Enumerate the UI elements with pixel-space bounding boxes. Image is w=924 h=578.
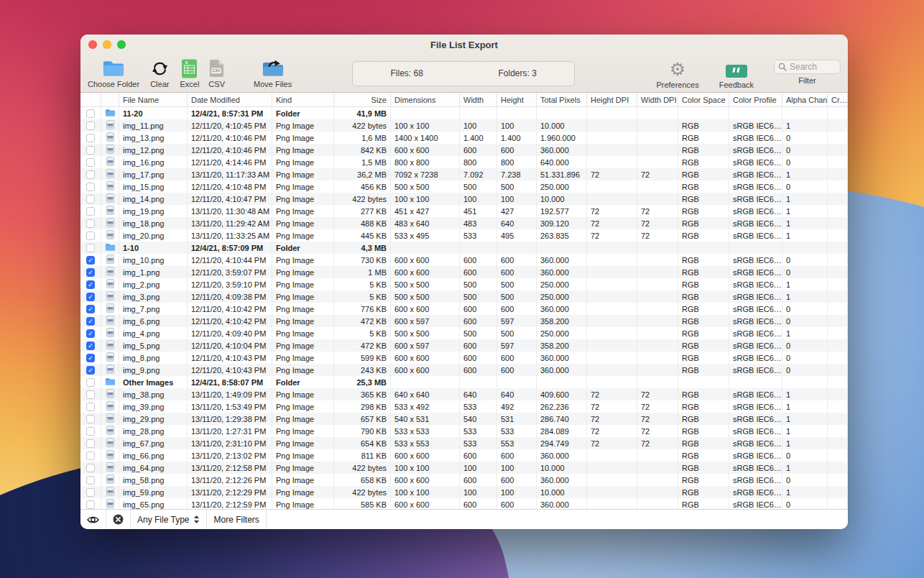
row-checkbox[interactable]	[86, 170, 95, 179]
file-type-dropdown[interactable]: Any File Type	[131, 510, 207, 529]
table-row[interactable]: img_16.png 12/11/20, 4:14:46 PM Png Imag…	[80, 156, 848, 168]
row-checkbox[interactable]	[86, 464, 95, 472]
table-row[interactable]: Other Images 12/4/21, 8:58:07 PM Folder …	[80, 376, 848, 388]
column-header-alpha-chan[interactable]: Alpha Chan…	[782, 93, 828, 106]
row-checkbox[interactable]: ✓	[86, 268, 95, 277]
row-checkbox[interactable]	[86, 415, 95, 423]
row-checkbox[interactable]: ✓	[86, 317, 95, 326]
column-header-total-pixels[interactable]: Total Pixels	[537, 93, 587, 106]
table-row[interactable]: img_65.png 13/11/20, 2:12:59 PM Png Imag…	[80, 498, 848, 509]
clear-filter-button[interactable]	[106, 510, 131, 529]
cell-dimensions: 483 x 640	[391, 217, 460, 229]
clear-button[interactable]: Clear	[150, 59, 169, 88]
row-checkbox[interactable]	[86, 403, 95, 411]
column-header-color-profile[interactable]: Color Profile	[729, 93, 782, 106]
image-file-icon	[106, 303, 114, 314]
more-filters-button[interactable]: More Filters	[207, 510, 266, 529]
row-checkbox[interactable]	[86, 121, 95, 130]
table-row[interactable]: img_19.png 13/11/20, 11:30:48 AM Png Ima…	[80, 205, 848, 217]
table-row[interactable]: img_58.png 13/11/20, 2:12:26 PM Png Imag…	[80, 474, 848, 486]
row-checkbox[interactable]: ✓	[86, 354, 95, 362]
table-row[interactable]: ✓ img_5.png 12/11/20, 4:10:04 PM Png Ima…	[80, 339, 848, 352]
toggle-visibility-button[interactable]	[80, 510, 106, 529]
table-row[interactable]: img_38.png 13/11/20, 1:49:09 PM Png Imag…	[80, 388, 848, 400]
column-header-height[interactable]: Height	[497, 93, 537, 106]
table-row[interactable]: img_15.png 12/11/20, 4:10:48 PM Png Imag…	[80, 180, 848, 193]
column-header-size[interactable]: Size	[334, 93, 391, 106]
table-row[interactable]: img_11.png 12/11/20, 4:10:45 PM Png Imag…	[80, 119, 848, 132]
column-header-cr[interactable]: Cr…	[828, 93, 848, 106]
row-checkbox[interactable]	[86, 134, 95, 142]
table-row[interactable]: ✓ img_3.png 12/11/20, 4:09:38 PM Png Ima…	[80, 290, 848, 303]
table-row[interactable]: 1-10 12/4/21, 8:57:09 PM Folder 4,3 MB	[80, 242, 848, 254]
row-checkbox[interactable]	[86, 207, 95, 216]
cell-color-profile: sRGB IEC6…	[729, 462, 782, 474]
table-row[interactable]: ✓ img_10.png 12/11/20, 4:10:44 PM Png Im…	[80, 254, 848, 266]
cell-alpha-channels: 0	[782, 132, 828, 144]
row-checkbox[interactable]: ✓	[86, 366, 95, 375]
column-header-height-dpi[interactable]: Height DPI	[587, 93, 637, 106]
column-header-kind[interactable]: Kind	[272, 93, 334, 106]
row-checkbox[interactable]	[86, 219, 95, 228]
row-checkbox[interactable]: ✓	[86, 293, 95, 301]
row-checkbox[interactable]	[86, 109, 95, 118]
row-checkbox[interactable]	[86, 158, 95, 167]
column-header-file-name[interactable]: File Name	[119, 93, 188, 106]
row-checkbox[interactable]: ✓	[86, 329, 95, 338]
row-checkbox[interactable]	[86, 244, 95, 252]
row-checkbox[interactable]	[86, 439, 95, 448]
row-checkbox[interactable]	[86, 500, 95, 509]
row-checkbox[interactable]: ✓	[86, 341, 95, 350]
choose-folder-button[interactable]: Choose Folder	[88, 59, 139, 88]
column-header-dimensions[interactable]: Dimensions	[391, 93, 460, 106]
table-row[interactable]: img_18.png 13/11/20, 11:29:42 AM Png Ima…	[80, 217, 848, 229]
table-row[interactable]: img_64.png 13/11/20, 2:12:58 PM Png Imag…	[80, 462, 848, 474]
column-header-color-space[interactable]: Color Space	[678, 93, 729, 106]
csv-export-button[interactable]: CSV CSV	[208, 59, 225, 88]
row-checkbox[interactable]	[86, 146, 95, 155]
table-row[interactable]: img_17.png 13/11/20, 11:17:33 AM Png Ima…	[80, 168, 848, 180]
table-row[interactable]: img_14.png 12/11/20, 4:10:47 PM Png Imag…	[80, 193, 848, 205]
column-header-width[interactable]: Width	[460, 93, 497, 106]
table-row[interactable]: img_39.png 13/11/20, 1:53:49 PM Png Imag…	[80, 400, 848, 413]
table-row[interactable]: img_59.png 13/11/20, 2:12:29 PM Png Imag…	[80, 486, 848, 498]
row-checkbox[interactable]	[86, 195, 95, 203]
cell-date-modified: 12/11/20, 3:59:10 PM	[188, 278, 272, 290]
table-row[interactable]: img_67.png 13/11/20, 2:31:10 PM Png Imag…	[80, 437, 848, 449]
cell-height: 500	[497, 290, 537, 303]
row-checkbox[interactable]	[86, 476, 95, 485]
row-checkbox[interactable]: ✓	[86, 280, 95, 289]
cell-alpha-channels: 0	[782, 352, 828, 364]
row-checkbox[interactable]: ✓	[86, 305, 95, 313]
table-row[interactable]: ✓ img_4.png 12/11/20, 4:09:40 PM Png Ima…	[80, 327, 848, 339]
table-row[interactable]: img_28.png 13/11/20, 1:27:31 PM Png Imag…	[80, 425, 848, 437]
preferences-button[interactable]: ⚙ Preferences	[656, 60, 698, 89]
column-header-width-dpi[interactable]: Width DPI	[637, 93, 678, 106]
row-checkbox[interactable]	[86, 427, 95, 436]
row-checkbox[interactable]	[86, 183, 95, 191]
move-files-button[interactable]: Move Files	[254, 59, 292, 88]
cell-color-profile: sRGB IEC6…	[729, 339, 782, 352]
table-row[interactable]: ✓ img_7.png 12/11/20, 4:10:42 PM Png Ima…	[80, 303, 848, 315]
row-checkbox[interactable]	[86, 378, 95, 387]
table-row[interactable]: ✓ img_8.png 12/11/20, 4:10:43 PM Png Ima…	[80, 352, 848, 364]
table-row[interactable]: img_13.png 12/11/20, 4:10:46 PM Png Imag…	[80, 132, 848, 144]
row-checkbox[interactable]	[86, 231, 95, 240]
column-header-date-modified[interactable]: Date Modified	[188, 93, 272, 106]
cell-dimensions: 600 x 600	[391, 364, 460, 376]
table-row[interactable]: img_20.png 13/11/20, 11:33:25 AM Png Ima…	[80, 229, 848, 242]
row-checkbox[interactable]	[86, 451, 95, 460]
row-checkbox[interactable]: ✓	[86, 256, 95, 265]
row-checkbox[interactable]	[86, 488, 95, 497]
table-row[interactable]: 11-20 12/4/21, 8:57:31 PM Folder 41,9 MB	[80, 107, 848, 119]
table-row[interactable]: ✓ img_1.png 12/11/20, 3:59:07 PM Png Ima…	[80, 266, 848, 278]
table-row[interactable]: ✓ img_2.png 12/11/20, 3:59:10 PM Png Ima…	[80, 278, 848, 290]
table-row[interactable]: img_12.png 12/11/20, 4:10:46 PM Png Imag…	[80, 144, 848, 156]
excel-export-button[interactable]: X Excel	[180, 59, 199, 88]
table-row[interactable]: img_66.png 13/11/20, 2:13:02 PM Png Imag…	[80, 449, 848, 462]
table-row[interactable]: ✓ img_9.png 12/11/20, 4:10:43 PM Png Ima…	[80, 364, 848, 376]
table-row[interactable]: img_29.png 13/11/20, 1:29:38 PM Png Imag…	[80, 413, 848, 425]
row-checkbox[interactable]	[86, 390, 95, 399]
feedback-button[interactable]: Feedback	[719, 60, 754, 89]
table-row[interactable]: ✓ img_6.png 12/11/20, 4:10:42 PM Png Ima…	[80, 315, 848, 327]
